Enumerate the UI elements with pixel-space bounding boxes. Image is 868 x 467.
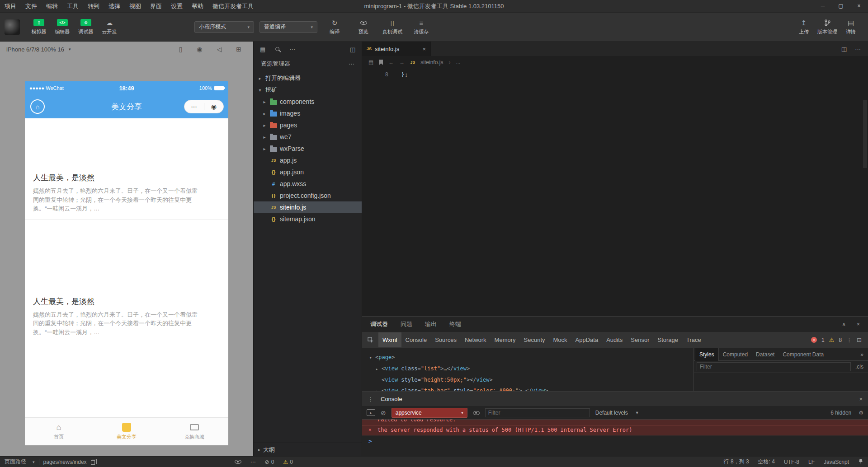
section-project[interactable]: ▾ 挖矿 [254,84,362,96]
tree-item-app-json[interactable]: {} app.json [254,166,362,178]
console-prompt[interactable]: > [362,435,868,444]
panel-tab-terminal[interactable]: 终端 [449,320,461,328]
tab-home[interactable]: ⌂ 首页 [25,418,93,445]
styles-tab-dataset[interactable]: Dataset [752,348,778,361]
more-actions-icon[interactable]: ⋯ [349,61,354,67]
cls-toggle[interactable]: .cls [855,364,865,370]
tree-item-images[interactable]: ▸ images [254,107,362,119]
menu-item-devtools[interactable]: 微信开发者工具 [208,0,258,13]
chevron-right-icon[interactable]: ▸ [376,386,382,391]
console-tab[interactable]: Console [381,396,402,402]
remote-debug-button[interactable]: ▯ 真机调试 [381,19,404,35]
overflow-tabs-icon[interactable]: » [860,351,867,358]
page-path-value[interactable]: pages/news/index [43,459,87,465]
devtools-tab-mock[interactable]: Mock [549,332,571,347]
inspect-element-icon[interactable] [366,337,378,343]
tab-articles[interactable]: 美文分享 [93,418,160,445]
kebab-menu-icon[interactable]: ⋮ [846,336,852,343]
more-icon[interactable]: ⋯ [250,459,256,465]
menu-item-settings[interactable]: 设置 [166,0,187,13]
cursor-position[interactable]: 行 8，列 3 [724,458,749,466]
tree-item-wxparse[interactable]: ▸ wxParse [254,143,362,154]
close-tab-icon[interactable]: × [422,46,426,52]
layout-icon[interactable]: ▤ [260,46,265,53]
devtools-tab-wxml[interactable]: Wxml [378,332,401,347]
home-button[interactable]: ⌂ [30,99,45,114]
eye-icon[interactable] [235,459,241,465]
scrollbar[interactable] [863,100,867,168]
devtools-tab-console[interactable]: Console [401,332,431,347]
minimize-button[interactable]: ─ [814,0,832,12]
devtools-tab-appdata[interactable]: AppData [571,332,603,347]
settings-gear-icon[interactable]: ⚙ [859,410,863,416]
error-badge-icon[interactable]: × [811,337,817,343]
compile-mode-select[interactable]: 普通编译 ▾ [259,21,317,33]
article-card[interactable]: 人生最美，是淡然 嫣然的五月去了，艳烈的六月来了。日子，在一个又一个看似雷同的重… [25,220,228,344]
menu-item-edit[interactable]: 编辑 [42,0,62,13]
code-editor[interactable]: 8 }; [362,69,868,316]
breadcrumb-file[interactable]: siteinfo.js [420,59,443,65]
details-button[interactable]: ▤ 详情 [839,19,863,35]
devtools-tab-audits[interactable]: Audits [602,332,627,347]
clear-cache-button[interactable]: ≡ 清缓存 [410,19,433,35]
menu-item-file[interactable]: 文件 [21,0,42,13]
language-mode[interactable]: JavaScript [824,459,849,465]
avatar[interactable] [5,19,20,35]
page-path-selector[interactable]: 页面路径 ▾ [5,458,35,466]
styles-tab-computed[interactable]: Computed [719,348,752,361]
search-icon[interactable] [275,46,279,53]
tree-item-pages[interactable]: ▸ pages [254,119,362,131]
menu-item-help[interactable]: 帮助 [187,0,208,13]
bell-icon[interactable] [858,458,863,465]
tree-item-project-config[interactable]: {} project.config.json [254,190,362,201]
styles-tab-styles[interactable]: Styles [695,348,719,361]
wxml-node[interactable]: <view style="height:50px;"></view> [369,374,693,385]
record-icon[interactable]: ◉ [197,46,202,53]
preview-button[interactable]: 预览 [352,19,375,35]
panel-tab-output[interactable]: 输出 [425,320,437,328]
menu-item-tools[interactable]: 工具 [62,0,83,13]
devtools-tab-network[interactable]: Network [461,332,491,347]
wxml-node[interactable]: ▸<view class="tab-bar" style="color: #00… [369,385,693,391]
version-button[interactable]: 版本管理 [816,19,839,35]
upload-button[interactable]: ↥ 上传 [792,19,816,35]
tree-item-sitemap[interactable]: {} sitemap.json [254,213,362,225]
sound-icon[interactable]: ◁ [217,46,222,53]
styles-tab-component-data[interactable]: Component Data [778,348,828,361]
maximize-button[interactable]: ▢ [832,0,850,12]
compile-button[interactable]: ↻ 编译 [323,19,346,35]
tree-item-components[interactable]: ▸ components [254,96,362,107]
mode-select[interactable]: 小程序模式 ▾ [194,21,254,33]
editor-button[interactable]: </> 编辑器 [51,19,74,35]
tree-item-app-js[interactable]: JS app.js [254,154,362,166]
device-selector[interactable]: iPhone 6/7/8 100% 16 [6,46,64,53]
devtools-tab-storage[interactable]: Storage [654,332,683,347]
devtools-tab-memory[interactable]: Memory [491,332,520,347]
bookmark-icon[interactable] [379,60,383,65]
debugger-button[interactable]: ⊙ 调试器 [74,19,98,35]
menu-item-select[interactable]: 选择 [104,0,125,13]
collapse-panel-icon[interactable]: ∧ [842,321,846,327]
console-log-area[interactable]: Failed to load resource: × the server re… [362,420,868,444]
warning-icon[interactable]: ⚠ [829,336,835,343]
section-open-editors[interactable]: ▸ 打开的编辑器 [254,72,362,84]
error-counter[interactable]: ⊘ 0 [265,459,274,465]
tab-mall[interactable]: 兑换商城 [160,418,228,445]
copy-icon[interactable] [91,460,95,465]
forward-icon[interactable]: → [399,59,405,65]
split-editor-icon[interactable]: ◫ [841,46,847,52]
indent-setting[interactable]: 空格: 4 [758,458,775,466]
panel-tab-debugger[interactable]: 调试器 [370,320,388,328]
eol-setting[interactable]: LF [808,459,815,465]
breadcrumb-more[interactable]: ... [456,59,460,65]
more-button[interactable]: ⋯ [184,103,204,110]
menu-item-project[interactable]: 项目 [0,0,21,13]
error-log-row[interactable]: Failed to load resource: [362,420,868,425]
devtools-tab-security[interactable]: Security [520,332,549,347]
close-button[interactable]: × [850,0,868,12]
devtools-tab-sensor[interactable]: Sensor [627,332,653,347]
menu-item-goto[interactable]: 转到 [83,0,104,13]
styles-filter-input[interactable] [697,362,851,371]
chevron-right-icon[interactable]: ▸ [376,364,382,374]
console-filter-input[interactable] [485,408,590,417]
